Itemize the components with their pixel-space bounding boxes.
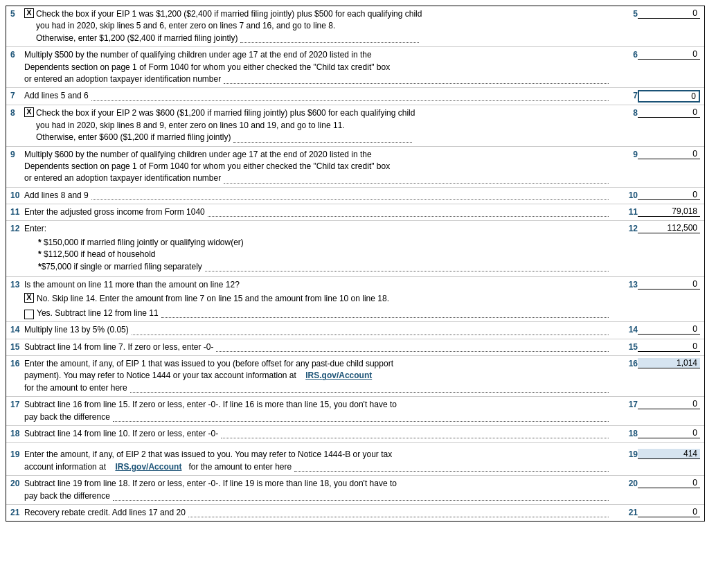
row-content-20: Subtract line 19 from line 18. If zero o… xyxy=(24,478,617,502)
line-label-21: 21 xyxy=(617,507,638,517)
line-value-12: 112,500 xyxy=(638,223,700,233)
row-num-17: 17 xyxy=(10,399,24,409)
line-value-19: 414 xyxy=(638,449,700,459)
checkbox-5[interactable]: X xyxy=(24,8,34,18)
line-label-7: 7 xyxy=(617,90,638,100)
checkbox-13-yes[interactable] xyxy=(24,310,34,319)
row-num-21: 21 xyxy=(10,507,24,517)
line-value-16: 1,014 xyxy=(638,358,700,368)
row-7: 7 Add lines 5 and 6 7 0 xyxy=(6,88,704,105)
row-content-13: Is the amount on line 11 more than the a… xyxy=(24,279,617,319)
row-11: 11 Enter the adjusted gross income from … xyxy=(6,204,704,221)
row-num-16: 16 xyxy=(10,358,24,368)
row-21: 21 Recovery rebate credit. Add lines 17 … xyxy=(6,505,704,521)
line-value-9: 0 xyxy=(638,149,700,159)
row-num-14: 14 xyxy=(10,324,24,335)
line-label-15: 15 xyxy=(617,341,638,352)
row-content-15: Subtract line 14 from line 7. If zero or… xyxy=(24,341,617,353)
row-content-17: Subtract line 16 from line 15. If zero o… xyxy=(24,399,617,423)
row-num-8: 8 xyxy=(10,107,24,118)
line-label-9: 9 xyxy=(617,149,638,159)
checkbox-13-no[interactable]: X xyxy=(24,293,34,303)
tax-form: 5 X Check the box if your EIP 1 was $1,2… xyxy=(6,6,705,522)
bullet-list-12: $150,000 if married filing jointly or qu… xyxy=(24,237,611,273)
line-label-5: 5 xyxy=(617,8,638,19)
line-label-17: 17 xyxy=(617,399,638,409)
line-label-12: 12 xyxy=(617,223,638,233)
row-content-12: Enter: $150,000 if married filing jointl… xyxy=(24,223,617,274)
line-value-15: 0 xyxy=(638,341,700,352)
row-13: 13 Is the amount on line 11 more than th… xyxy=(6,277,704,322)
line-value-17: 0 xyxy=(638,399,700,409)
checkbox-8[interactable]: X xyxy=(24,107,34,117)
line-label-8: 8 xyxy=(617,107,638,118)
line-value-11: 79,018 xyxy=(638,206,700,217)
line-label-19: 19 xyxy=(617,449,638,459)
line-value-5: 0 xyxy=(638,8,700,19)
line-label-11: 11 xyxy=(617,206,638,217)
line-value-7: 0 xyxy=(638,90,700,103)
row-15: 15 Subtract line 14 from line 7. If zero… xyxy=(6,339,704,356)
row-content-11: Enter the adjusted gross income from For… xyxy=(24,206,617,218)
row-num-18: 18 xyxy=(10,428,24,438)
row-content-10: Add lines 8 and 9 xyxy=(24,190,617,202)
row-8: 8 X Check the box if your EIP 2 was $600… xyxy=(6,105,704,146)
line-value-20: 0 xyxy=(638,478,700,488)
irs-link-19[interactable]: IRS.gov/Account xyxy=(115,462,181,472)
row-19: 19 Enter the amount, if any, of EIP 2 th… xyxy=(6,447,704,476)
row-num-19: 19 xyxy=(10,449,24,459)
line-label-14: 14 xyxy=(617,324,638,335)
row-num-15: 15 xyxy=(10,341,24,352)
row-num-7: 7 xyxy=(10,90,24,100)
row-content-14: Multiply line 13 by 5% (0.05) xyxy=(24,324,617,336)
line-value-13: 0 xyxy=(638,279,700,289)
row-content-16: Enter the amount, if any, of EIP 1 that … xyxy=(24,358,617,394)
row-content-9: Multiply $600 by the number of qualifyin… xyxy=(24,149,617,185)
row-17: 17 Subtract line 16 from line 15. If zer… xyxy=(6,397,704,426)
row-6: 6 Multiply $500 by the number of qualify… xyxy=(6,47,704,88)
row-num-11: 11 xyxy=(10,206,24,217)
row-9: 9 Multiply $600 by the number of qualify… xyxy=(6,147,704,188)
row-content-21: Recovery rebate credit. Add lines 17 and… xyxy=(24,507,617,519)
row-5: 5 X Check the box if your EIP 1 was $1,2… xyxy=(6,6,704,47)
row-num-6: 6 xyxy=(10,49,24,60)
row-content-19: Enter the amount, if any, of EIP 2 that … xyxy=(24,449,617,473)
row-content-6: Multiply $500 by the number of qualifyin… xyxy=(24,49,617,85)
row-14: 14 Multiply line 13 by 5% (0.05) 14 0 xyxy=(6,322,704,339)
line-label-13: 13 xyxy=(617,279,638,289)
row-num-20: 20 xyxy=(10,478,24,488)
line-value-18: 0 xyxy=(638,428,700,438)
row-num-13: 13 xyxy=(10,279,24,289)
row-12: 12 Enter: $150,000 if married filing joi… xyxy=(6,221,704,277)
row-content-18: Subtract line 14 from line 10. If zero o… xyxy=(24,428,617,440)
row-num-12: 12 xyxy=(10,223,24,233)
line-value-21: 0 xyxy=(638,507,700,517)
row-num-9: 9 xyxy=(10,149,24,159)
row-16: 16 Enter the amount, if any, of EIP 1 th… xyxy=(6,356,704,397)
row-num-5: 5 xyxy=(10,8,24,19)
line-value-6: 0 xyxy=(638,49,700,60)
line-label-16: 16 xyxy=(617,358,638,368)
row-20: 20 Subtract line 19 from line 18. If zer… xyxy=(6,476,704,505)
line-label-18: 18 xyxy=(617,428,638,438)
row-content-8: X Check the box if your EIP 2 was $600 (… xyxy=(24,107,617,143)
line-label-10: 10 xyxy=(617,190,638,200)
row-content-7: Add lines 5 and 6 xyxy=(24,90,617,102)
line-value-14: 0 xyxy=(638,324,700,335)
row-10: 10 Add lines 8 and 9 10 0 xyxy=(6,188,704,204)
line-value-10: 0 xyxy=(638,190,700,200)
row-content-5: X Check the box if your EIP 1 was $1,200… xyxy=(24,8,617,44)
line-label-6: 6 xyxy=(617,49,638,60)
irs-link-16[interactable]: IRS.gov/Account xyxy=(305,371,372,380)
line-label-20: 20 xyxy=(617,478,638,488)
line-value-8: 0 xyxy=(638,107,700,118)
row-18: 18 Subtract line 14 from line 10. If zer… xyxy=(6,426,704,443)
row-num-10: 10 xyxy=(10,190,24,200)
